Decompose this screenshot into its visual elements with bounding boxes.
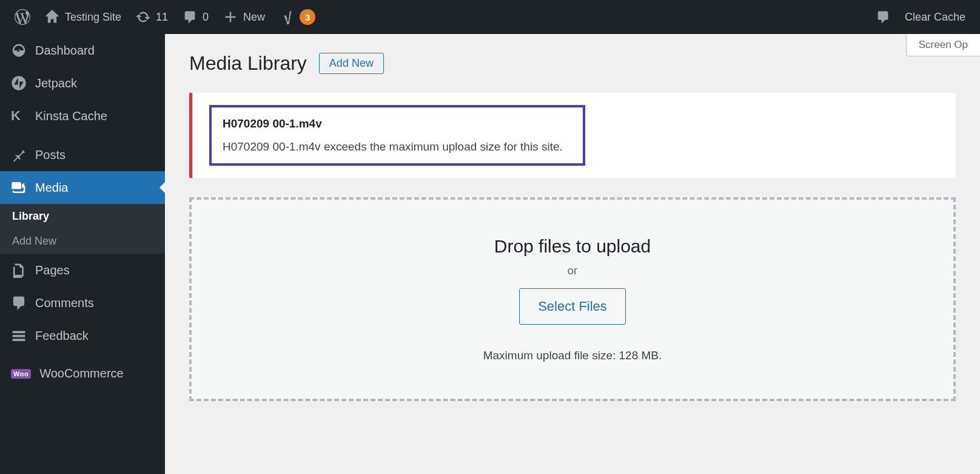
upload-error-notice: H070209 00-1.m4v H070209 00-1.m4v exceed…: [189, 93, 956, 178]
pin-icon: [11, 147, 27, 163]
sidebar-item-pages[interactable]: Pages: [0, 254, 165, 286]
notifications-link[interactable]: [868, 0, 898, 34]
comments-count: 0: [203, 11, 209, 24]
sidebar-item-label: Feedback: [35, 329, 89, 343]
media-icon: [11, 180, 27, 195]
clear-cache-link[interactable]: Clear Cache: [898, 0, 973, 34]
clear-cache-label: Clear Cache: [905, 11, 965, 24]
home-icon: [45, 10, 59, 24]
sidebar-item-label: Pages: [35, 263, 70, 277]
page-header: Media Library Add New: [189, 34, 956, 75]
sidebar-item-label: Comments: [35, 296, 94, 310]
divider: [0, 132, 165, 138]
updates-link[interactable]: 11: [129, 0, 175, 34]
comments-icon: [11, 295, 27, 311]
sidebar-subitem-library[interactable]: Library: [0, 204, 165, 229]
upload-or-text: or: [216, 264, 929, 277]
site-name-link[interactable]: Testing Site: [38, 0, 129, 34]
updates-count: 11: [156, 11, 168, 24]
comments-link[interactable]: 0: [175, 0, 216, 34]
error-highlight-box: H070209 00-1.m4v H070209 00-1.m4v exceed…: [209, 105, 585, 166]
page-title: Media Library: [189, 52, 307, 75]
sidebar-subitem-label: Add New: [12, 235, 56, 247]
select-files-button[interactable]: Select Files: [519, 288, 626, 325]
yoast-badge: 3: [300, 9, 315, 25]
add-new-button[interactable]: Add New: [319, 53, 384, 74]
wordpress-icon: [15, 9, 30, 25]
sidebar-item-label: Jetpack: [35, 76, 77, 90]
admin-bar: Testing Site 11 0 New 3 Clear Cache: [0, 0, 980, 34]
comment-icon: [183, 10, 197, 24]
screen-options-label: Screen Op: [919, 39, 968, 50]
dashboard-icon: [11, 42, 27, 58]
main-content: Screen Op Media Library Add New H070209 …: [165, 34, 980, 425]
sidebar-item-jetpack[interactable]: Jetpack: [0, 67, 165, 100]
upload-drop-text: Drop files to upload: [216, 236, 929, 257]
sidebar-item-label: Kinsta Cache: [35, 109, 107, 123]
sidebar-item-label: Dashboard: [35, 44, 95, 58]
feedback-icon: [11, 328, 27, 344]
svg-point-0: [12, 76, 25, 90]
upload-dropzone[interactable]: Drop files to upload or Select Files Max…: [189, 197, 956, 401]
refresh-icon: [136, 10, 150, 24]
admin-sidebar: Dashboard Jetpack K Kinsta Cache Posts M…: [0, 34, 165, 425]
sidebar-item-kinsta-cache[interactable]: K Kinsta Cache: [0, 100, 165, 132]
admin-bar-right: Clear Cache: [868, 0, 973, 34]
kinsta-icon: K: [11, 108, 27, 124]
sidebar-item-dashboard[interactable]: Dashboard: [0, 34, 165, 67]
error-message: H070209 00-1.m4v exceeds the maximum upl…: [223, 140, 572, 154]
sidebar-item-woocommerce[interactable]: Woo WooCommerce: [0, 358, 165, 389]
screen-options-toggle[interactable]: Screen Op: [906, 34, 980, 56]
sidebar-subitem-label: Library: [12, 210, 49, 222]
site-name-label: Testing Site: [65, 11, 121, 24]
sidebar-item-comments[interactable]: Comments: [0, 286, 165, 319]
sidebar-item-label: Posts: [35, 148, 65, 162]
new-label: New: [243, 11, 265, 24]
yoast-link[interactable]: 3: [272, 0, 323, 34]
yoast-icon: [280, 10, 294, 24]
sidebar-item-posts[interactable]: Posts: [0, 138, 165, 171]
pages-icon: [11, 262, 27, 278]
sidebar-item-label: Media: [35, 181, 68, 195]
sidebar-item-label: WooCommerce: [39, 367, 124, 381]
sidebar-item-media[interactable]: Media: [0, 171, 165, 204]
wordpress-logo-menu[interactable]: [7, 0, 38, 34]
new-content-link[interactable]: New: [216, 0, 272, 34]
sidebar-subitem-add-new[interactable]: Add New: [0, 229, 165, 254]
divider: [0, 352, 165, 358]
woo-icon: Woo: [11, 369, 31, 379]
upload-limit-text: Maximum upload file size: 128 MB.: [216, 349, 929, 362]
plus-icon: [223, 10, 238, 24]
notification-icon: [876, 10, 890, 24]
error-filename: H070209 00-1.m4v: [223, 117, 572, 130]
sidebar-item-feedback[interactable]: Feedback: [0, 319, 165, 352]
jetpack-icon: [11, 75, 27, 91]
